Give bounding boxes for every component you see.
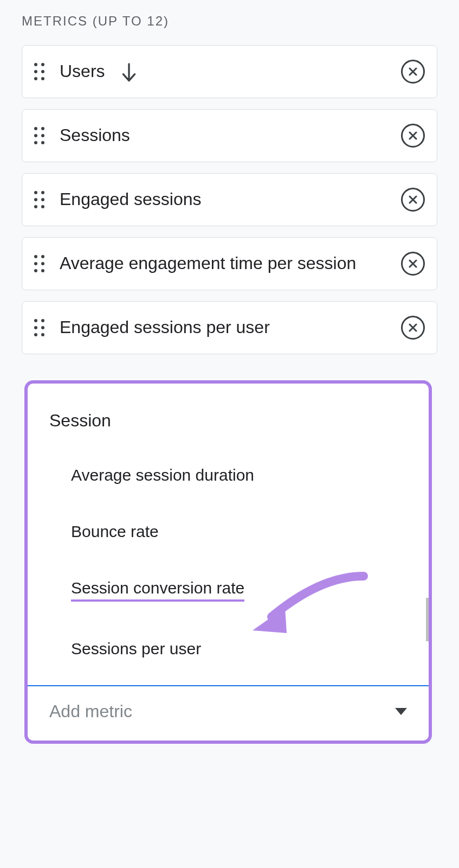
dropdown-item-bounce-rate[interactable]: Bounce rate xyxy=(28,503,429,560)
add-metric-button[interactable]: Add metric xyxy=(28,686,429,741)
metric-card[interactable]: Average engagement time per session xyxy=(22,237,437,290)
chevron-down-icon xyxy=(395,708,407,715)
add-metric-label: Add metric xyxy=(49,701,132,722)
drag-handle-icon[interactable] xyxy=(34,191,44,208)
drag-handle-icon[interactable] xyxy=(34,127,44,144)
metric-label: Engaged sessions xyxy=(60,188,401,211)
metric-label: Average engagement time per session xyxy=(60,252,401,275)
remove-metric-button[interactable] xyxy=(401,124,425,148)
remove-metric-button[interactable] xyxy=(401,316,425,340)
drag-handle-icon[interactable] xyxy=(34,255,44,272)
dropdown-item-session-conversion-rate[interactable]: Session conversion rate xyxy=(28,560,429,621)
drag-handle-icon[interactable] xyxy=(34,319,44,336)
dropdown-group-title: Session xyxy=(28,384,429,447)
metric-label: Users xyxy=(60,60,401,84)
metric-card[interactable]: Users xyxy=(22,45,437,98)
metric-card[interactable]: Engaged sessions xyxy=(22,173,437,226)
scrollbar[interactable] xyxy=(426,598,432,641)
dropdown-item-average-session-duration[interactable]: Average session duration xyxy=(28,447,429,503)
sort-descending-icon[interactable] xyxy=(120,62,138,84)
metric-card[interactable]: Sessions xyxy=(22,109,437,162)
metric-label: Engaged sessions per user xyxy=(60,316,401,339)
metrics-section-header: METRICS (UP TO 12) xyxy=(22,14,437,29)
dropdown-item-sessions-per-user[interactable]: Sessions per user xyxy=(28,621,429,685)
metric-label: Sessions xyxy=(60,124,401,147)
metric-card[interactable]: Engaged sessions per user xyxy=(22,301,437,354)
remove-metric-button[interactable] xyxy=(401,188,425,212)
metric-picker-dropdown: Session Average session duration Bounce … xyxy=(24,380,432,744)
drag-handle-icon[interactable] xyxy=(34,63,44,80)
remove-metric-button[interactable] xyxy=(401,252,425,276)
remove-metric-button[interactable] xyxy=(401,60,425,84)
